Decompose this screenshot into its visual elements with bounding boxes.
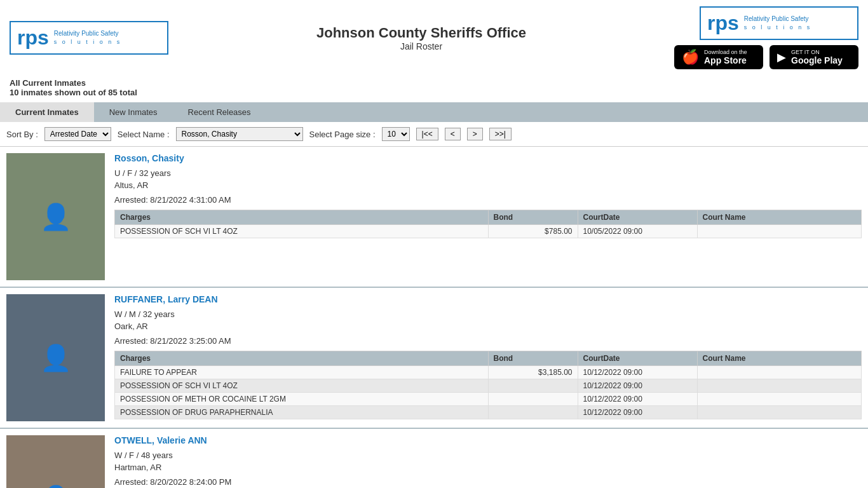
logo-right-text: Relativity Public Safety s o l u t i o n… [744,15,812,32]
table-row: POSSESSION OF SCH VI LT 4OZ $785.00 10/0… [115,225,862,238]
info-bar: All Current Inmates 10 inmates shown out… [0,76,868,102]
charge-court-name [697,379,862,393]
controls-bar: Sort By : Arrested Date Select Name : Ro… [0,122,868,147]
page-subtitle: Jail Roster [316,41,526,51]
charge-bond [488,379,578,393]
tab-current-inmates[interactable]: Current Inmates [0,102,94,122]
all-current-inmates-label: All Current Inmates [10,78,858,88]
charge-court-date: 10/12/2022 09:00 [578,393,697,406]
table-row: POSSESSION OF DRUG PARAPHERNALIA 10/12/2… [115,406,862,419]
col-header-courtname: Court Name [697,210,862,225]
inmate-photo: 👤 [6,294,105,421]
pagination-last-button[interactable]: >>| [489,128,512,140]
inmate-details: Rosson, ChasityU / F / 32 yearsAltus, AR… [114,153,862,280]
tab-recent-releases[interactable]: Recent Releases [173,102,266,122]
google-play-button[interactable]: ▶ GET IT ON Google Play [770,45,858,69]
inmate-location: Altus, AR [114,180,862,190]
nav-tabs: Current Inmates New Inmates Recent Relea… [0,102,868,122]
header-title-block: Johnson County Sheriffs Office Jail Rost… [316,25,526,51]
pagination-prev-button[interactable]: < [445,128,461,140]
charge-court-date: 10/05/2022 09:00 [578,225,697,238]
app-store-small-label: Download on the [704,49,747,55]
page-size-select[interactable]: 10 [382,127,410,141]
page-size-label: Select Page size : [309,130,376,139]
inmates-list: 👤Rosson, ChasityU / F / 32 yearsAltus, A… [0,147,868,488]
charge-court-date: 10/12/2022 09:00 [578,406,697,419]
inmate-details: OTWELL, Valerie ANNW / F / 48 yearsHartm… [114,435,862,488]
sort-by-label: Sort By : [6,130,38,139]
inmate-race-gender-age: W / M / 32 years [114,309,862,319]
select-name-dropdown[interactable]: Rosson, Chasity [176,127,303,141]
inmate-photo: 👤 [6,153,105,280]
pagination-next-button[interactable]: > [467,128,483,140]
app-store-big-label: App Store [704,55,747,65]
page-header: rps Relativity Public Safety s o l u t i… [0,0,868,76]
logo-left: rps Relativity Public Safety s o l u t i… [10,21,168,55]
col-header-courtdate: CourtDate [578,351,697,366]
inmates-count-label: 10 inmates shown out of 85 total [10,88,858,97]
charge-bond: $3,185.00 [488,366,578,379]
inmate-location: Oark, AR [114,322,862,331]
charge-court-date: 10/12/2022 09:00 [578,379,697,393]
charge-court-name [697,393,862,406]
inmate-name[interactable]: OTWELL, Valerie ANN [114,435,862,445]
logo-right-rps: rps [707,11,739,35]
apple-icon: 🍎 [682,49,699,65]
charge-description: FAILURE TO APPEAR [115,366,489,379]
inmate-race-gender-age: U / F / 32 years [114,168,862,178]
col-header-courtdate: CourtDate [578,210,697,225]
charge-description: POSSESSION OF SCH VI LT 4OZ [115,379,489,393]
inmate-row: 👤Rosson, ChasityU / F / 32 yearsAltus, A… [0,147,868,288]
google-play-text: GET IT ON Google Play [791,49,843,65]
logo-right-line2: s o l u t i o n s [744,24,812,32]
charges-table: Charges Bond CourtDate Court Name POSSES… [114,210,862,238]
inmate-details: RUFFANER, Larry DEANW / M / 32 yearsOark… [114,294,862,421]
google-play-icon: ▶ [777,50,786,64]
inmate-name[interactable]: RUFFANER, Larry DEAN [114,294,862,304]
inmate-arrested-date: Arrested: 8/21/2022 3:25:00 AM [114,336,862,346]
charge-court-name [697,225,862,238]
inmate-race-gender-age: W / F / 48 years [114,451,862,460]
inmate-arrested-date: Arrested: 8/20/2022 8:24:00 PM [114,477,862,487]
logo-left-text: Relativity Public Safety s o l u t i o n… [54,29,122,46]
col-header-charges: Charges [115,210,489,225]
table-row: POSSESSION OF METH OR COCAINE LT 2GM 10/… [115,393,862,406]
pagination-first-button[interactable]: |<< [416,128,438,140]
inmate-location: Hartman, AR [114,463,862,472]
sort-by-select[interactable]: Arrested Date [44,127,111,141]
logo-left-rps: rps [17,26,49,50]
page-title: Johnson County Sheriffs Office [316,25,526,41]
app-store-button[interactable]: 🍎 Download on the App Store [674,45,763,69]
logo-right-line1: Relativity Public Safety [744,15,812,24]
logo-left-line2: s o l u t i o n s [54,38,122,46]
table-row: FAILURE TO APPEAR $3,185.00 10/12/2022 0… [115,366,862,379]
charge-court-date: 10/12/2022 09:00 [578,366,697,379]
col-header-courtname: Court Name [697,351,862,366]
google-play-small-label: GET IT ON [791,49,843,55]
inmate-row: 👤RUFFANER, Larry DEANW / M / 32 yearsOar… [0,288,868,429]
charge-description: POSSESSION OF DRUG PARAPHERNALIA [115,406,489,419]
inmate-arrested-date: Arrested: 8/21/2022 4:31:00 AM [114,195,862,205]
inmate-photo-placeholder: 👤 [6,153,105,280]
inmate-photo-placeholder: 👤 [6,294,105,421]
logo-right: rps Relativity Public Safety s o l u t i… [700,6,858,40]
store-buttons: 🍎 Download on the App Store ▶ GET IT ON … [674,45,858,69]
inmate-name[interactable]: Rosson, Chasity [114,153,862,163]
charge-bond: $785.00 [488,225,578,238]
charge-court-name [697,366,862,379]
col-header-charges: Charges [115,351,489,366]
charge-bond [488,406,578,419]
logo-left-line1: Relativity Public Safety [54,29,122,38]
tab-new-inmates[interactable]: New Inmates [94,102,173,122]
charges-table: Charges Bond CourtDate Court Name FAILUR… [114,351,862,419]
inmate-row: 👤OTWELL, Valerie ANNW / F / 48 yearsHart… [0,429,868,488]
google-play-big-label: Google Play [791,55,843,65]
table-row: POSSESSION OF SCH VI LT 4OZ 10/12/2022 0… [115,379,862,393]
select-name-label: Select Name : [118,130,170,139]
charge-bond [488,393,578,406]
app-store-text: Download on the App Store [704,49,747,65]
charge-description: POSSESSION OF SCH VI LT 4OZ [115,225,489,238]
inmate-photo-placeholder: 👤 [6,435,105,488]
charge-description: POSSESSION OF METH OR COCAINE LT 2GM [115,393,489,406]
col-header-bond: Bond [488,210,578,225]
